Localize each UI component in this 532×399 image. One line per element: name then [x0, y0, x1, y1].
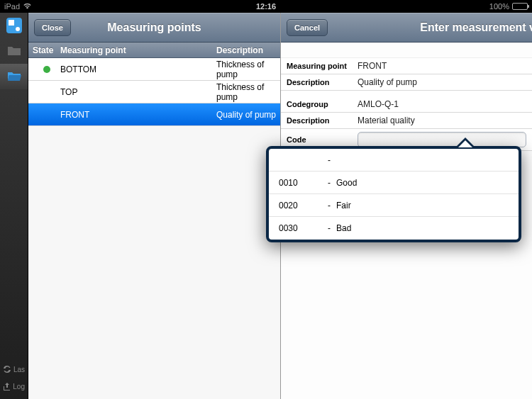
form-row-codegroup: Codegroup AMLO-Q-1 — [281, 96, 532, 113]
battery-percent: 100% — [489, 2, 509, 11]
label-code: Code — [287, 135, 358, 144]
code-label: Bad — [336, 223, 519, 233]
label-description: Description — [287, 78, 358, 86]
code-picker-popover: - 0010 - Good 0020 - Fair 0030 - Bad — [266, 146, 521, 242]
form-title: Enter measurement v — [420, 21, 532, 34]
form-row-description1: Description Quality of pump — [281, 74, 532, 91]
code-value: 0010 — [269, 178, 322, 188]
export-icon — [3, 382, 10, 390]
points-title: Measuring points — [107, 21, 201, 34]
column-point: Measuring point — [60, 45, 216, 55]
sidebar-sync[interactable]: Las — [0, 361, 28, 378]
list-item[interactable]: 0020 - Fair — [269, 194, 519, 217]
dash: - — [322, 201, 336, 210]
code-label: Fair — [336, 201, 519, 210]
label-codegroup: Codegroup — [287, 100, 358, 108]
column-state: State — [28, 45, 60, 55]
dash: - — [322, 178, 336, 188]
row-desc: Thickness of pump — [216, 60, 280, 79]
sync-icon — [3, 365, 11, 373]
status-dot-ok — [43, 66, 50, 73]
form-row-measuring-point: Measuring point FRONT — [281, 58, 532, 74]
sidebar-item-folder-open[interactable] — [0, 64, 28, 89]
list-item[interactable]: 0010 - Good — [269, 172, 519, 194]
code-value: 0020 — [269, 201, 322, 210]
label-description2: Description — [287, 116, 358, 125]
row-desc: Thickness of pump — [216, 82, 280, 102]
points-header: Close Measuring points — [28, 13, 280, 43]
value-description2: Material quality — [358, 116, 415, 125]
log-label: Log — [13, 383, 25, 390]
list-item[interactable]: 0030 - Bad — [269, 217, 519, 240]
column-description: Description — [216, 45, 280, 55]
table-row[interactable]: BOTTOM Thickness of pump — [28, 58, 280, 81]
row-point: TOP — [60, 87, 216, 97]
code-label: Good — [336, 178, 519, 188]
value-codegroup: AMLO-Q-1 — [358, 99, 399, 109]
cancel-button[interactable]: Cancel — [287, 19, 328, 36]
form-header: Cancel Enter measurement v — [281, 13, 532, 43]
label-measuring-point: Measuring point — [287, 62, 358, 70]
popover-arrow-icon — [455, 137, 475, 147]
code-input[interactable] — [358, 132, 526, 147]
app-icon — [6, 18, 22, 33]
row-point: BOTTOM — [60, 64, 216, 74]
points-list-header: State Measuring point Description — [28, 43, 280, 58]
wifi-icon — [23, 3, 32, 10]
measuring-points-panel: Close Measuring points State Measuring p… — [28, 13, 280, 399]
carrier-label: iPad — [4, 2, 20, 11]
table-row[interactable]: TOP Thickness of pump — [28, 81, 280, 103]
close-button[interactable]: Close — [34, 19, 71, 36]
sidebar-item-app[interactable] — [0, 13, 28, 38]
code-value: 0030 — [269, 223, 322, 233]
value-measuring-point: FRONT — [358, 61, 387, 71]
clock: 12:16 — [256, 2, 276, 11]
points-list: BOTTOM Thickness of pump TOP Thickness o… — [28, 58, 280, 126]
sync-label: Las — [13, 366, 25, 373]
form-body: Measuring point FRONT Description Qualit… — [281, 58, 532, 151]
app-sidebar: Las Log — [0, 13, 28, 399]
folder-open-icon — [7, 71, 21, 82]
form-row-description2: Description Material quality — [281, 113, 532, 129]
row-point: FRONT — [60, 110, 216, 120]
row-desc: Quality of pump — [216, 110, 280, 120]
folder-icon — [7, 45, 21, 57]
svg-rect-1 — [9, 20, 14, 26]
sidebar-item-folder[interactable] — [0, 38, 28, 64]
code-picker-list: - 0010 - Good 0020 - Fair 0030 - Bad — [266, 146, 521, 242]
table-row[interactable]: FRONT Quality of pump — [28, 103, 280, 126]
status-bar: iPad 12:16 100% — [0, 0, 532, 13]
value-description: Quality of pump — [358, 77, 417, 87]
list-item[interactable]: - — [269, 149, 519, 172]
svg-point-2 — [16, 27, 20, 31]
battery-icon — [512, 3, 528, 10]
sidebar-log[interactable]: Log — [0, 378, 28, 395]
dash: - — [322, 223, 336, 233]
dash: - — [322, 155, 336, 165]
